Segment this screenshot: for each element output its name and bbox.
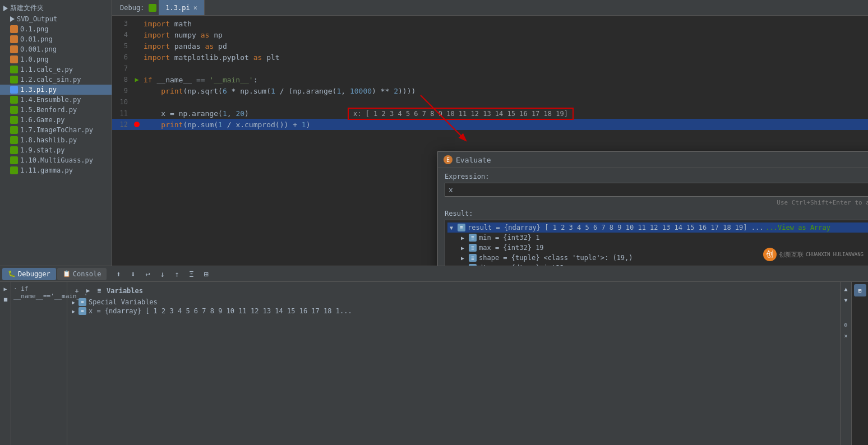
sidebar-item-9[interactable]: 1.6.Game.py [0, 115, 112, 125]
code-line-4: 4import numpy as np [112, 29, 868, 40]
tab-close-btn[interactable]: × [193, 4, 197, 12]
toolbar-btn-3[interactable]: ↩ [141, 268, 154, 280]
sidebar-item-12[interactable]: 1.9.stat.py [0, 145, 112, 155]
code-content-5[interactable]: import pandas as pd [141, 42, 868, 50]
toolbar-btn-6[interactable]: Ξ [185, 268, 197, 280]
toolbar-btn-5[interactable]: ↑ [170, 268, 183, 280]
sidebar-item-8[interactable]: 1.5.Benford.py [0, 105, 112, 115]
sidebar-item-7[interactable]: 1.4.Ensumble.py [0, 95, 112, 105]
folder-item[interactable]: 新建文件夹 [0, 2, 112, 14]
file-icon-11 [10, 136, 18, 144]
file-label-13: 1.10.MultiGuass.py [20, 156, 93, 164]
result-item-0[interactable]: ▼ ≡result = {ndarray} [ 1 2 3 4 5 6 7 8 … [447, 222, 868, 233]
file-label-1: 0.01.png [20, 35, 53, 43]
tab-debugger[interactable]: 🐛 Debugger [2, 268, 56, 280]
vars-add-btn[interactable]: + [72, 285, 82, 295]
code-content-4[interactable]: import numpy as np [141, 31, 868, 39]
sidebar-item-14[interactable]: 1.11.gamma.py [0, 165, 112, 175]
result-child-arrow-4: ▶ [461, 265, 469, 266]
code-content-12[interactable]: print(np.sum(1 / x.cumprod()) + 1) [141, 120, 868, 129]
code-content-6[interactable]: import matplotlib.pyplot as plt [141, 53, 868, 62]
close-panel-btn[interactable]: × [842, 331, 851, 340]
code-content-3[interactable]: import math [141, 20, 868, 28]
tab-file-icon [149, 4, 156, 12]
sidebar-item-1[interactable]: 0.01.png [0, 34, 112, 44]
code-line-6: 6import matplotlib.pyplot as plt [112, 52, 868, 63]
sidebar-item-4[interactable]: 1.1.calc_e.py [0, 64, 112, 75]
hint-box-11: x: [ 1 2 3 4 5 6 7 8 9 10 11 12 13 14 15… [348, 108, 574, 120]
file-label-0: 0.1.png [20, 25, 49, 33]
settings-btn[interactable]: ⚙ [842, 320, 851, 329]
var-expand-1: ▶ [72, 308, 79, 314]
file-label-9: 1.6.Game.py [20, 116, 64, 124]
file-label-2: 0.001.png [20, 45, 57, 53]
sidebar-item-13[interactable]: 1.10.MultiGuass.py [0, 155, 112, 165]
file-label-10: 1.7.ImageToChar.py [20, 126, 93, 134]
var-item-1[interactable]: ▶ ≡x = {ndarray} [ 1 2 3 4 5 6 7 8 9 10 … [70, 307, 838, 316]
file-label-3: 1.0.png [20, 55, 49, 63]
vars-label: Variables [107, 287, 143, 295]
editor-area: Debug: 1.3.pi × 3import math4import nump… [112, 0, 868, 266]
svd-label: SVD_Output [17, 15, 57, 23]
file-icon-12 [10, 146, 18, 154]
var-label-1: x = {ndarray} [ 1 2 3 4 5 6 7 8 9 10 11 … [89, 307, 352, 315]
var-icon-0: ≡ [79, 298, 86, 306]
code-line-10: 10 [112, 96, 868, 108]
var-label-0: Special Variables [89, 298, 158, 306]
line-number-3: 3 [112, 20, 132, 27]
editor-tab[interactable]: 1.3.pi × [159, 0, 205, 15]
file-icon-2 [10, 45, 18, 53]
result-name-4: dtype = {dtype} int32 [479, 264, 564, 266]
var-item-0[interactable]: ▶ ≡Special Variables [70, 298, 838, 307]
file-icon-1 [10, 35, 18, 43]
sidebar-item-11[interactable]: 1.8.hashlib.py [0, 135, 112, 145]
result-item-1[interactable]: ▶ ≡min = {int32} 1 [447, 233, 868, 243]
sidebar-file-list: 0.1.png0.01.png0.001.png1.0.png1.1.calc_… [0, 24, 112, 175]
watermark-text: 创新互联 [779, 251, 804, 259]
dialog-title-bar: E Evaluate × [438, 152, 868, 168]
debugger-icon: 🐛 [8, 270, 16, 277]
console-icon: 📋 [63, 270, 71, 277]
code-content-8[interactable]: if __name__ == '__main__': [141, 76, 868, 84]
sidebar-item-2[interactable]: 0.001.png [0, 44, 112, 54]
file-icon-8 [10, 106, 18, 114]
collapse-dn-btn[interactable]: ▼ [842, 295, 851, 304]
sidebar-item-0[interactable]: 0.1.png [0, 24, 112, 34]
toolbar-btn-1[interactable]: ⬆ [112, 268, 124, 280]
sidebar-item-6[interactable]: 1.3.pi.py [0, 85, 112, 95]
result-link-0[interactable]: ...View as Array [765, 224, 830, 231]
file-icon-4 [10, 66, 18, 73]
result-item-4[interactable]: ▶ ≡dtype = {dtype} int32 [447, 263, 868, 266]
stop-btn[interactable]: ⏹ [1, 295, 10, 304]
vars-menu-btn[interactable]: ≡ [94, 285, 104, 295]
result-name-1: min = {int32} 1 [479, 234, 539, 242]
sidebar-item-3[interactable]: 1.0.png [0, 54, 112, 64]
sidebar-item-5[interactable]: 1.2.calc_sin.py [0, 75, 112, 85]
code-content-9[interactable]: print(np.sqrt(6 * np.sum(1 / (np.arange(… [141, 87, 868, 95]
tab-console[interactable]: 📋 Console [57, 268, 107, 280]
breakpoint-dot [134, 122, 140, 127]
watermark-logo: 创 [763, 248, 777, 261]
frame-icon[interactable]: ⊞ [854, 284, 866, 296]
line-number-8: 8 [112, 76, 132, 84]
toolbar-btn-2[interactable]: ⬇ [127, 268, 139, 280]
collapse-up-btn[interactable]: ▲ [842, 284, 851, 293]
code-line-7: 7 [112, 63, 868, 74]
result-name-0: result = {ndarray} [ 1 2 3 4 5 6 7 8 9 1… [468, 224, 763, 231]
evaluate-icon: E [444, 155, 453, 164]
call-stack-panel: · if __name__=='__main__' [11, 282, 67, 445]
toolbar-btn-4[interactable]: ↓ [156, 268, 168, 280]
toolbar-btn-7[interactable]: ⊞ [200, 268, 212, 280]
expression-input[interactable] [445, 183, 868, 197]
result-icon-0: ≡ [458, 224, 465, 231]
dialog-title: E Evaluate [444, 155, 491, 164]
sidebar-item-10[interactable]: 1.7.ImageToChar.py [0, 125, 112, 135]
file-label-5: 1.2.calc_sin.py [20, 76, 81, 84]
file-label-7: 1.4.Ensumble.py [20, 96, 81, 104]
resume-btn[interactable]: ▶ [1, 284, 10, 293]
svd-folder[interactable]: SVD_Output [0, 14, 112, 24]
vars-expand-btn[interactable]: ▶ [83, 285, 93, 295]
file-label-12: 1.9.stat.py [20, 146, 64, 154]
extra-right-panel: ⊞ [851, 282, 868, 445]
left-icon-bar: ▶ ⏹ [0, 282, 11, 445]
